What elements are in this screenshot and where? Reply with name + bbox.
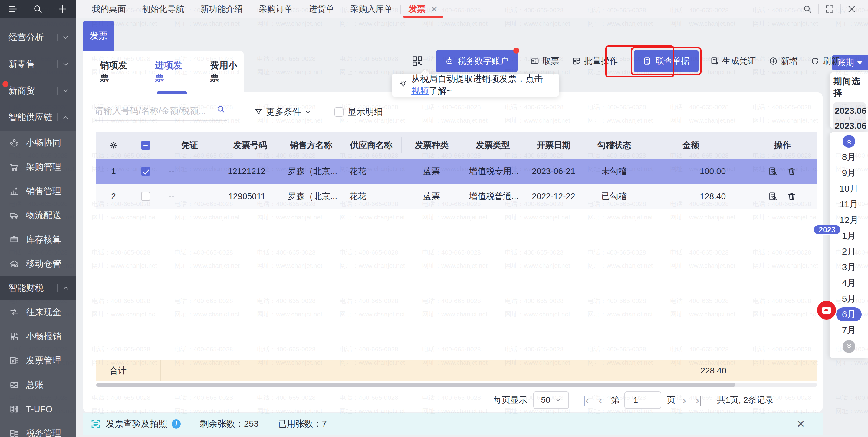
checkbox[interactable] bbox=[334, 107, 343, 117]
sidebar-item-库存核算[interactable]: 库存核算 bbox=[0, 227, 76, 252]
trash-icon[interactable] bbox=[787, 192, 797, 201]
chevron-down-icon bbox=[62, 60, 70, 68]
sidebar-group-经营分析[interactable]: 经营分析 bbox=[0, 24, 76, 51]
show-detail-checkbox[interactable]: 显示明细 bbox=[334, 106, 383, 118]
month-item-8月[interactable]: 8月 bbox=[830, 149, 868, 165]
workspace-tab[interactable]: 初始化导航 bbox=[134, 0, 192, 18]
sidebar-item-税务管理[interactable]: 税务管理 bbox=[0, 421, 76, 437]
invoice-check-label[interactable]: 发票查验及拍照 bbox=[106, 418, 167, 430]
sidebar-group-新商贸[interactable]: 新商贸 bbox=[0, 77, 76, 104]
row-actions bbox=[748, 184, 817, 209]
view-document-icon[interactable] bbox=[768, 192, 778, 201]
plus-icon[interactable] bbox=[58, 4, 68, 14]
view-document-icon[interactable] bbox=[768, 166, 778, 176]
per-page-select[interactable]: 50 bbox=[533, 391, 569, 409]
month-item-7月[interactable]: 7月 bbox=[830, 322, 868, 338]
刷新-button[interactable]: 刷新 bbox=[810, 55, 840, 67]
scroll-up-button[interactable] bbox=[843, 135, 855, 148]
workspace-tab[interactable]: 发票✕ bbox=[401, 0, 446, 18]
sidebar-item-T-UFO[interactable]: T-UFO bbox=[0, 397, 76, 421]
fullscreen-icon[interactable] bbox=[825, 4, 834, 14]
sidebar-item-发票管理[interactable]: 发票管理 bbox=[0, 349, 76, 373]
close-icon[interactable] bbox=[847, 4, 857, 14]
month-item-4月[interactable]: 4月 bbox=[830, 275, 868, 291]
sidebar-item-移动仓管[interactable]: 移动仓管 bbox=[0, 252, 76, 276]
customer-service-fab[interactable] bbox=[817, 301, 836, 319]
cell-销售方名称: 罗森（北京... bbox=[281, 184, 341, 209]
info-icon[interactable]: i bbox=[172, 419, 181, 429]
search-icon[interactable] bbox=[216, 105, 225, 114]
warehouse-icon bbox=[9, 259, 19, 269]
税务数字账户-button[interactable]: 税务数字账户 bbox=[436, 50, 518, 72]
cell-供应商名称: 花花 bbox=[341, 159, 401, 184]
cell-凭证: -- bbox=[160, 184, 219, 209]
workspace-tab[interactable]: 我的桌面 bbox=[84, 0, 134, 18]
qr-code-icon[interactable] bbox=[412, 55, 423, 67]
month-item-2月[interactable]: 2月 bbox=[830, 244, 868, 259]
workspace-tab[interactable]: 新功能介绍 bbox=[192, 0, 251, 18]
column-header-操作: 操作 bbox=[748, 137, 817, 153]
sidebar-item-小畅报销[interactable]: 小畅报销 bbox=[0, 324, 76, 349]
workspace-tab[interactable]: 采购订单 bbox=[251, 0, 301, 18]
sidebar-group-新零售[interactable]: 新零售 bbox=[0, 51, 76, 77]
invoice-check-bar: 发票查验及拍照 i 剩余张数：253 已用张数：7 ✕ bbox=[83, 413, 823, 435]
close-bar-icon[interactable]: ✕ bbox=[797, 418, 805, 430]
search-box bbox=[95, 103, 227, 121]
notification-dot bbox=[513, 48, 519, 54]
row-checkbox[interactable] bbox=[141, 167, 150, 176]
scroll-down-button[interactable] bbox=[843, 340, 855, 353]
last-page-button[interactable]: ›| bbox=[696, 394, 702, 406]
column-header-发票种类: 发票种类 bbox=[401, 137, 462, 153]
tab-费用小票[interactable]: 费用小票 bbox=[210, 59, 244, 84]
sidebar-item-物流配送[interactable]: 物流配送 bbox=[0, 204, 76, 227]
新增-button[interactable]: 新增 bbox=[769, 55, 798, 67]
prev-page-button[interactable]: ‹ bbox=[599, 394, 602, 406]
gear-icon[interactable] bbox=[109, 141, 118, 150]
row-checkbox[interactable] bbox=[141, 192, 150, 201]
生成凭证-button[interactable]: 生成凭证 bbox=[710, 55, 756, 67]
sidebar-nav: 经营分析新零售新商贸智能供应链小畅协同采购管理销售管理物流配送库存核算移动仓管智… bbox=[0, 18, 76, 437]
first-page-button[interactable]: |‹ bbox=[583, 394, 589, 406]
page-tab-invoice[interactable]: 发票 bbox=[83, 21, 115, 51]
table-row[interactable]: 2--12905011罗森（北京...花花蓝票增值税普通...2022-12-2… bbox=[96, 184, 817, 210]
box-icon bbox=[9, 235, 19, 245]
global-search-icon[interactable] bbox=[803, 4, 812, 14]
联查单据-button[interactable]: 联查单据 bbox=[634, 50, 699, 72]
period-from[interactable]: 2023.06 bbox=[835, 105, 864, 117]
workspace-tab[interactable]: 进货单 bbox=[301, 0, 342, 18]
search-icon[interactable] bbox=[33, 4, 43, 14]
table-row[interactable]: 1--12121212罗森（北京...花花蓝票增值税专用...2023-06-2… bbox=[96, 159, 817, 184]
select-all-checkbox[interactable] bbox=[141, 141, 150, 150]
sidebar-group-智能财税[interactable]: 智能财税 bbox=[0, 276, 76, 300]
video-link[interactable]: 视频 bbox=[411, 86, 429, 96]
批量操作-button[interactable]: 批量操作 bbox=[572, 55, 618, 67]
month-item-5月[interactable]: 5月 bbox=[830, 291, 868, 307]
scrollbar-thumb[interactable] bbox=[96, 383, 736, 387]
sidebar-item-采购管理[interactable]: 采购管理 bbox=[0, 155, 76, 179]
period-range[interactable]: 2023.06 2023.06 bbox=[834, 102, 866, 134]
page-input[interactable] bbox=[628, 395, 658, 405]
sidebar-item-小畅协同[interactable]: 小畅协同 bbox=[0, 131, 76, 155]
menu-icon[interactable] bbox=[8, 4, 18, 14]
tab-销项发票[interactable]: 销项发票 bbox=[100, 59, 134, 84]
row-index: 2 bbox=[96, 184, 131, 209]
horizontal-scrollbar[interactable] bbox=[96, 383, 817, 387]
month-item-3月[interactable]: 3月 bbox=[830, 259, 868, 275]
close-tab-icon[interactable]: ✕ bbox=[430, 4, 438, 14]
trash-icon[interactable] bbox=[787, 166, 797, 176]
workspace-tab[interactable]: 采购入库单 bbox=[342, 0, 400, 18]
month-item-11月[interactable]: 11月 bbox=[830, 196, 868, 212]
more-conditions-button[interactable]: 更多条件 bbox=[254, 106, 311, 118]
sidebar-item-总账[interactable]: 总账 bbox=[0, 373, 76, 397]
month-item-9月[interactable]: 9月 bbox=[830, 165, 868, 181]
sidebar-group-智能供应链[interactable]: 智能供应链 bbox=[0, 104, 76, 131]
取票-button[interactable]: 取票 bbox=[530, 55, 559, 67]
month-item-10月[interactable]: 10月 bbox=[830, 181, 868, 196]
tab-进项发票[interactable]: 进项发票 bbox=[155, 59, 189, 84]
period-to[interactable]: 2023.06 bbox=[835, 120, 864, 132]
sidebar-item-往来现金[interactable]: 往来现金 bbox=[0, 300, 76, 324]
next-page-button[interactable]: › bbox=[682, 394, 686, 406]
divider bbox=[818, 4, 819, 14]
sidebar-item-销售管理[interactable]: 销售管理 bbox=[0, 179, 76, 204]
search-input[interactable] bbox=[95, 103, 227, 121]
